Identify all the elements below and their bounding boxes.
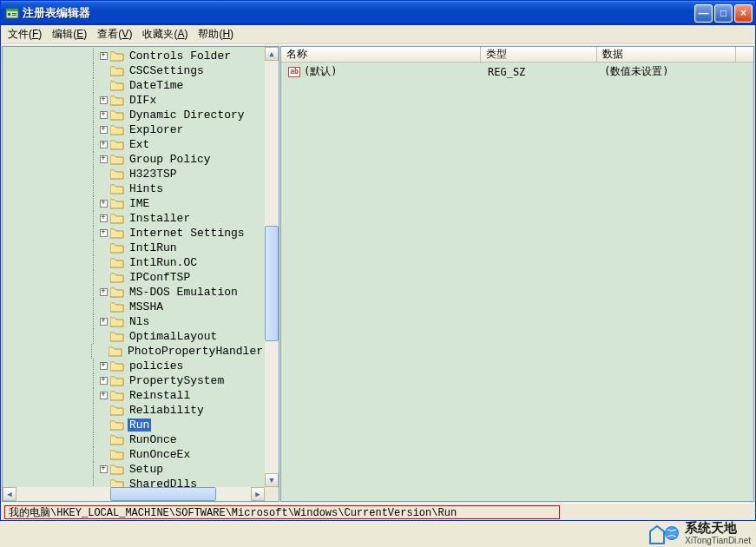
tree-expander[interactable]: + <box>98 285 108 300</box>
tree-label[interactable]: IPConfTSP <box>128 271 192 284</box>
tree-label[interactable]: Internet Settings <box>128 227 247 240</box>
tree-label[interactable]: H323TSP <box>128 168 179 181</box>
tree-item[interactable]: +Reinstall <box>4 388 265 403</box>
tree-label[interactable]: PropertySystem <box>128 374 226 387</box>
tree-expander[interactable]: + <box>98 314 108 329</box>
tree-label[interactable]: Ext <box>128 138 151 151</box>
tree-item[interactable]: +Internet Settings <box>4 226 265 241</box>
tree-item[interactable]: +Group Policy <box>4 152 265 167</box>
tree-expander[interactable]: + <box>98 196 108 211</box>
list-row[interactable]: ab(默认)REG_SZ(数值未设置) <box>283 64 752 79</box>
tree-item[interactable]: Hints <box>4 181 265 196</box>
tree-label[interactable]: Hints <box>128 182 165 195</box>
menu-a[interactable]: 收藏夹(A) <box>137 25 193 43</box>
scroll-down-button[interactable]: ▼ <box>265 473 279 487</box>
titlebar[interactable]: 注册表编辑器 — □ × <box>1 1 755 25</box>
tree-expander[interactable]: + <box>98 388 108 403</box>
tree-item[interactable]: RunOnce <box>4 432 265 447</box>
tree-expander[interactable]: + <box>98 373 108 388</box>
tree-label[interactable]: OptimalLayout <box>128 330 219 343</box>
tree-expander[interactable]: + <box>98 122 108 137</box>
column-header-name[interactable]: 名称 <box>281 47 481 62</box>
tree-item[interactable]: MSSHA <box>4 300 265 314</box>
tree-item[interactable]: +policies <box>4 359 265 373</box>
tree-item[interactable]: IntlRun <box>4 241 265 255</box>
tree-label[interactable]: DIFx <box>128 94 158 107</box>
tree-expander[interactable]: + <box>98 93 108 108</box>
tree-item[interactable]: H323TSP <box>4 167 265 181</box>
column-header-data[interactable]: 数据 <box>597 47 736 62</box>
scroll-track[interactable] <box>265 61 279 473</box>
tree-label[interactable]: PhotoPropertyHandler <box>126 345 265 358</box>
list-body[interactable]: ab(默认)REG_SZ(数值未设置) <box>281 63 753 501</box>
minimize-button[interactable]: — <box>694 4 713 23</box>
tree-item[interactable]: +Setup <box>4 462 265 477</box>
tree-label[interactable]: Run <box>128 418 151 432</box>
tree-item[interactable]: IntlRun.OC <box>4 255 265 270</box>
tree-item[interactable]: +Ext <box>4 137 265 152</box>
tree-item[interactable]: SharedDlls <box>4 477 265 487</box>
tree-item[interactable]: +MS-DOS Emulation <box>4 285 265 300</box>
tree-expander[interactable]: + <box>98 49 108 63</box>
tree-horizontal-scrollbar[interactable]: ◀ ▶ <box>3 487 265 501</box>
tree-label[interactable]: Nls <box>128 315 151 328</box>
tree-label[interactable]: Reinstall <box>128 389 192 402</box>
tree-label[interactable]: policies <box>128 359 185 372</box>
tree-item[interactable]: RunOnceEx <box>4 447 265 462</box>
tree-item[interactable]: +Nls <box>4 314 265 329</box>
tree-expander[interactable]: + <box>98 211 108 226</box>
tree-label[interactable]: MS-DOS Emulation <box>128 286 240 299</box>
tree-item[interactable]: +Controls Folder <box>4 49 265 63</box>
tree-item[interactable]: DateTime <box>4 78 265 93</box>
tree-label[interactable]: IntlRun.OC <box>128 256 199 269</box>
tree-item[interactable]: +Explorer <box>4 122 265 137</box>
tree-label[interactable]: IME <box>128 197 151 210</box>
tree-label[interactable]: Controls Folder <box>128 49 233 63</box>
hscroll-thumb[interactable] <box>110 487 216 501</box>
tree-expander[interactable]: + <box>98 359 108 373</box>
tree-item[interactable]: PhotoPropertyHandler <box>4 344 265 359</box>
tree-item[interactable]: +DIFx <box>4 93 265 108</box>
tree-expander[interactable]: + <box>98 152 108 167</box>
scroll-thumb[interactable] <box>265 226 279 341</box>
tree-item[interactable]: CSCSettings <box>4 63 265 78</box>
tree-label[interactable]: IntlRun <box>128 241 179 254</box>
tree-item[interactable]: Run <box>4 418 265 432</box>
tree-label[interactable]: RunOnce <box>128 433 179 446</box>
tree-label[interactable]: Setup <box>128 463 165 476</box>
menu-h[interactable]: 帮助(H) <box>193 25 239 43</box>
registry-tree[interactable]: +Controls FolderCSCSettingsDateTime+DIFx… <box>3 47 265 487</box>
tree-item[interactable]: OptimalLayout <box>4 329 265 344</box>
tree-label[interactable]: RunOnceEx <box>128 448 192 461</box>
scroll-left-button[interactable]: ◀ <box>3 487 16 501</box>
menu-e[interactable]: 编辑(E) <box>47 25 92 43</box>
tree-item[interactable]: +Dynamic Directory <box>4 108 265 122</box>
tree-expander[interactable]: + <box>98 462 108 477</box>
tree-label[interactable]: MSSHA <box>128 300 165 313</box>
tree-label[interactable]: Reliability <box>128 404 206 417</box>
tree-item[interactable]: +IME <box>4 196 265 211</box>
tree-expander[interactable]: + <box>98 108 108 122</box>
tree-item[interactable]: IPConfTSP <box>4 270 265 285</box>
tree-item[interactable]: +Installer <box>4 211 265 226</box>
menu-v[interactable]: 查看(V) <box>92 25 137 43</box>
tree-label[interactable]: Explorer <box>128 123 185 136</box>
tree-label[interactable]: Group Policy <box>128 153 213 166</box>
tree-label[interactable]: CSCSettings <box>128 64 206 77</box>
tree-expander[interactable]: + <box>98 137 108 152</box>
maximize-button[interactable]: □ <box>714 4 733 23</box>
menu-f[interactable]: 文件(F) <box>3 25 47 43</box>
hscroll-track[interactable] <box>16 487 251 501</box>
tree-item[interactable]: +PropertySystem <box>4 373 265 388</box>
scroll-up-button[interactable]: ▲ <box>265 47 279 61</box>
tree-label[interactable]: Installer <box>128 212 192 225</box>
tree-label[interactable]: DateTime <box>128 79 185 92</box>
tree-item[interactable]: Reliability <box>4 403 265 418</box>
tree-label[interactable]: SharedDlls <box>128 478 199 487</box>
close-button[interactable]: × <box>734 4 753 23</box>
tree-expander[interactable]: + <box>98 226 108 241</box>
column-header-type[interactable]: 类型 <box>481 47 597 62</box>
tree-vertical-scrollbar[interactable]: ▲ ▼ <box>265 47 279 487</box>
tree-label[interactable]: Dynamic Directory <box>128 109 247 122</box>
scroll-right-button[interactable]: ▶ <box>251 487 265 501</box>
